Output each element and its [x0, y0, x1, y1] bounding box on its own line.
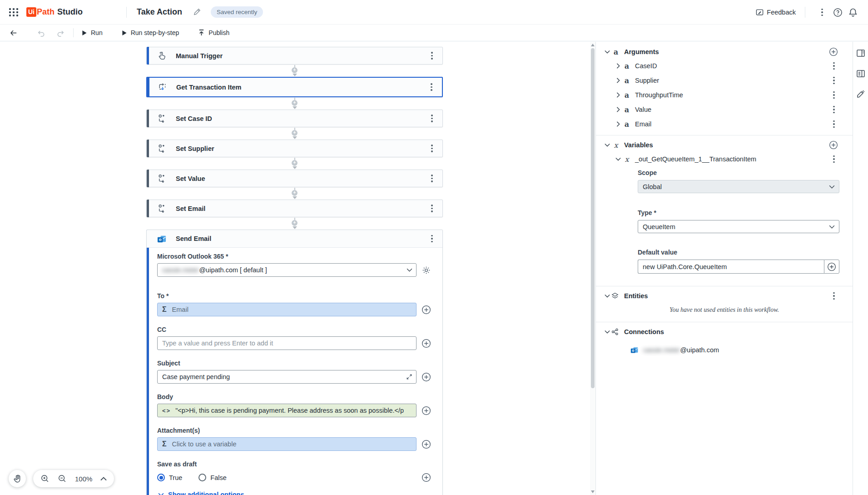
- radio-true[interactable]: True: [157, 474, 182, 481]
- flow-connector[interactable]: +: [146, 217, 443, 230]
- activity-card-get-transaction-item[interactable]: Get Transaction Item: [146, 77, 443, 97]
- scope-select[interactable]: Global: [638, 180, 839, 193]
- data-manager-panel-button[interactable]: [855, 68, 866, 79]
- outlook-account-select[interactable]: cassie.meier@uipath.com [ default ]: [157, 263, 417, 277]
- activity-menu-button[interactable]: [427, 144, 437, 154]
- to-add-button[interactable]: [421, 304, 432, 315]
- activity-card-set-case-id[interactable]: Set Case ID: [146, 110, 443, 127]
- run-step-by-step-button[interactable]: Run step-by-step: [116, 25, 185, 41]
- attachments-input[interactable]: Σ Click to use a variable: [157, 437, 417, 451]
- variables-section-header[interactable]: x Variables: [603, 139, 845, 151]
- publish-button[interactable]: Publish: [193, 25, 235, 41]
- scroll-down-arrow[interactable]: [591, 490, 595, 493]
- chevron-right-icon[interactable]: [614, 92, 622, 98]
- flow-connector[interactable]: +: [146, 157, 443, 170]
- more-options-button[interactable]: [814, 5, 830, 20]
- redo-button[interactable]: [51, 25, 70, 41]
- argument-menu-button[interactable]: [829, 75, 839, 85]
- chevron-down-icon[interactable]: [603, 50, 611, 54]
- activity-card-set-email[interactable]: Set Email: [146, 200, 443, 217]
- activity-menu-button[interactable]: [427, 51, 437, 61]
- zoom-out-button[interactable]: [58, 474, 67, 483]
- argument-item-throughputtime[interactable]: a ThroughputTime: [603, 88, 845, 102]
- activity-menu-button[interactable]: [427, 234, 437, 244]
- subject-add-button[interactable]: [421, 371, 432, 382]
- entities-menu-button[interactable]: [829, 291, 839, 301]
- expand-icon[interactable]: [406, 374, 412, 380]
- chevron-right-icon[interactable]: [614, 78, 622, 83]
- activity-menu-button[interactable]: [427, 204, 437, 214]
- rename-project-button[interactable]: [193, 8, 201, 16]
- activity-menu-button[interactable]: [427, 82, 436, 92]
- show-additional-options-link[interactable]: Show additional options: [158, 491, 432, 495]
- data-manager-panel-icon: [856, 69, 865, 78]
- undo-button[interactable]: [31, 25, 51, 41]
- connections-section-header[interactable]: Connections: [603, 326, 845, 338]
- cc-add-button[interactable]: [421, 338, 432, 349]
- chevron-right-icon[interactable]: [614, 107, 622, 112]
- body-add-button[interactable]: [421, 405, 432, 416]
- app-launcher-button[interactable]: [5, 3, 23, 21]
- notifications-button[interactable]: [845, 5, 861, 20]
- argument-menu-button[interactable]: [829, 61, 839, 71]
- object-repository-panel-button[interactable]: [855, 89, 866, 100]
- scroll-up-arrow[interactable]: [591, 44, 595, 46]
- chevron-down-icon[interactable]: [603, 294, 611, 298]
- argument-item-email[interactable]: a Email: [603, 117, 845, 131]
- entities-section-header[interactable]: Entities: [603, 290, 845, 302]
- account-settings-button[interactable]: [421, 265, 432, 275]
- argument-item-caseid[interactable]: a CaseID: [603, 59, 845, 73]
- radio-false[interactable]: False: [198, 474, 226, 481]
- attachments-add-button[interactable]: [421, 439, 432, 450]
- default-value-input[interactable]: new UiPath.Core.QueueItem: [638, 260, 824, 274]
- canvas-scrollbar[interactable]: [590, 42, 595, 495]
- add-argument-button[interactable]: [828, 46, 839, 57]
- save-draft-add-button[interactable]: [421, 472, 432, 483]
- type-select[interactable]: QueueItem: [638, 220, 839, 233]
- connection-item-outlook[interactable]: o cassie.meier@uipath.com: [630, 346, 845, 354]
- zoom-in-button[interactable]: [40, 474, 50, 483]
- properties-panel-button[interactable]: [855, 48, 866, 59]
- add-variable-button[interactable]: [828, 140, 839, 150]
- activity-card-send-email[interactable]: o Send Email Microsoft Outlook 365 * cas…: [146, 230, 443, 495]
- argument-item-supplier[interactable]: a Supplier: [603, 73, 845, 88]
- activity-card-set-supplier[interactable]: Set Supplier: [146, 140, 443, 157]
- default-value-add-button[interactable]: [824, 260, 839, 274]
- activity-menu-button[interactable]: [427, 114, 437, 124]
- flow-connector[interactable]: +: [146, 65, 443, 77]
- cc-input[interactable]: Type a value and press Enter to add it: [157, 336, 417, 350]
- variable-item-transactionitem[interactable]: x _out_GetQueueItem_1__TransactionItem: [603, 152, 845, 166]
- feedback-icon: [756, 9, 764, 16]
- argument-menu-button[interactable]: [829, 90, 839, 100]
- flow-connector[interactable]: +: [146, 97, 443, 110]
- to-input[interactable]: Σ Email: [157, 303, 417, 316]
- chevron-down-icon: [829, 225, 835, 229]
- pan-tool-button[interactable]: [9, 470, 26, 487]
- argument-item-value[interactable]: a Value: [603, 102, 845, 117]
- argument-menu-button[interactable]: [829, 105, 839, 115]
- zoom-menu-button[interactable]: [100, 477, 107, 481]
- chevron-down-icon[interactable]: [614, 157, 622, 161]
- chevron-right-icon[interactable]: [614, 63, 622, 69]
- help-button[interactable]: [830, 5, 845, 20]
- activity-card-set-value[interactable]: Set Value: [146, 170, 443, 187]
- send-email-header[interactable]: o Send Email: [147, 230, 442, 248]
- gear-icon: [422, 266, 431, 275]
- argument-menu-button[interactable]: [829, 119, 839, 129]
- subject-input[interactable]: Case payment pending: [157, 370, 417, 384]
- project-title: Take Action: [137, 7, 182, 17]
- chevron-down-icon[interactable]: [603, 143, 611, 147]
- feedback-button[interactable]: Feedback: [756, 9, 796, 16]
- chevron-right-icon[interactable]: [614, 121, 622, 127]
- flow-connector[interactable]: +: [146, 127, 443, 140]
- arguments-section-header[interactable]: a Arguments: [603, 46, 845, 58]
- activity-menu-button[interactable]: [427, 174, 437, 184]
- chevron-down-icon[interactable]: [603, 330, 611, 334]
- run-button[interactable]: Run: [76, 25, 108, 41]
- variable-menu-button[interactable]: [829, 154, 839, 164]
- scrollbar-thumb[interactable]: [591, 48, 595, 388]
- back-button[interactable]: [4, 25, 23, 41]
- activity-card-manual-trigger[interactable]: Manual Trigger: [146, 47, 443, 65]
- flow-connector[interactable]: +: [146, 187, 443, 200]
- body-input[interactable]: <> "<p>Hi, this case is pending payment.…: [157, 404, 417, 417]
